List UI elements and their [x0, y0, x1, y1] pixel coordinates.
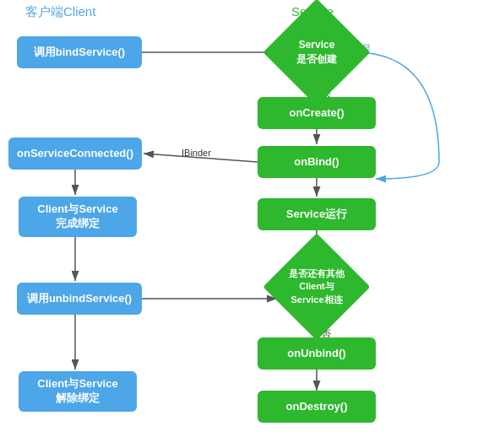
diamond-service-created-text: Service是否创建 — [283, 38, 350, 67]
on-destroy-box: onDestroy() — [258, 391, 376, 423]
on-bind-box: onBind() — [258, 146, 376, 178]
on-service-connected-box: onServiceConnected() — [8, 138, 142, 170]
diamond-service-created: Service是否创建 — [279, 14, 355, 90]
on-create-box: onCreate() — [258, 97, 376, 129]
ibinder-label: IBinder — [182, 148, 211, 158]
service-running-box: Service运行 — [258, 198, 376, 230]
call-unbind-service-box: 调用unbindService() — [17, 283, 142, 315]
diamond-other-clients-text: 是否还有其他Client与Service相连 — [282, 267, 351, 306]
call-bind-service-box: 调用bindService() — [17, 36, 142, 68]
client-unbind-complete-box: Client与Service解除绑定 — [19, 371, 137, 412]
on-unbind-box: onUnbind() — [258, 337, 376, 370]
client-header: 客户端Client — [25, 4, 95, 20]
diagram-container: 客户端Client Service — [0, 0, 483, 448]
diamond-other-clients: 是否还有其他Client与Service相连 — [279, 249, 355, 325]
client-bind-complete-box: Client与Service完成绑定 — [19, 197, 137, 237]
